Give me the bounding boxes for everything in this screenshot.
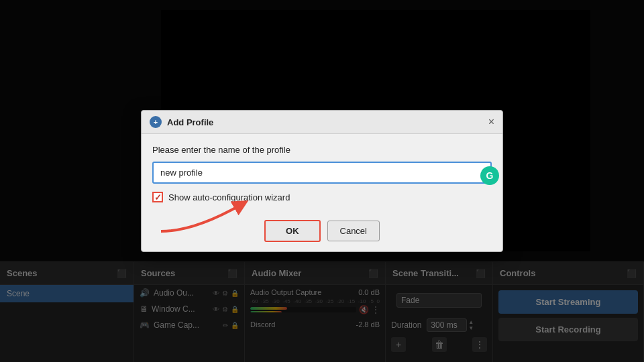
modal-checkbox-row: ✓ Show auto-configuration wizard xyxy=(152,192,492,202)
modal-body-label: Please enter the name of the profile xyxy=(152,145,492,155)
grammarly-button[interactable]: G xyxy=(480,166,499,185)
profile-name-input[interactable] xyxy=(152,162,492,184)
modal-overlay: G + Add Profile × Please enter the name … xyxy=(0,0,644,362)
modal-footer: OK Cancel xyxy=(142,213,502,251)
wizard-checkbox-label: Show auto-configuration wizard xyxy=(168,192,290,202)
modal-body: Please enter the name of the profile ✓ S… xyxy=(142,134,502,213)
modal-title-left: + Add Profile xyxy=(150,116,213,128)
wizard-checkbox[interactable]: ✓ xyxy=(152,192,163,202)
modal-title-text: Add Profile xyxy=(167,117,213,127)
add-profile-modal: + Add Profile × Please enter the name of… xyxy=(141,110,503,252)
modal-title-icon: + xyxy=(150,116,162,128)
modal-ok-button[interactable]: OK xyxy=(264,220,321,242)
modal-titlebar: + Add Profile × xyxy=(142,111,502,134)
checkbox-checkmark: ✓ xyxy=(154,192,162,202)
modal-close-button[interactable]: × xyxy=(488,117,494,127)
modal-cancel-button[interactable]: Cancel xyxy=(327,221,380,241)
